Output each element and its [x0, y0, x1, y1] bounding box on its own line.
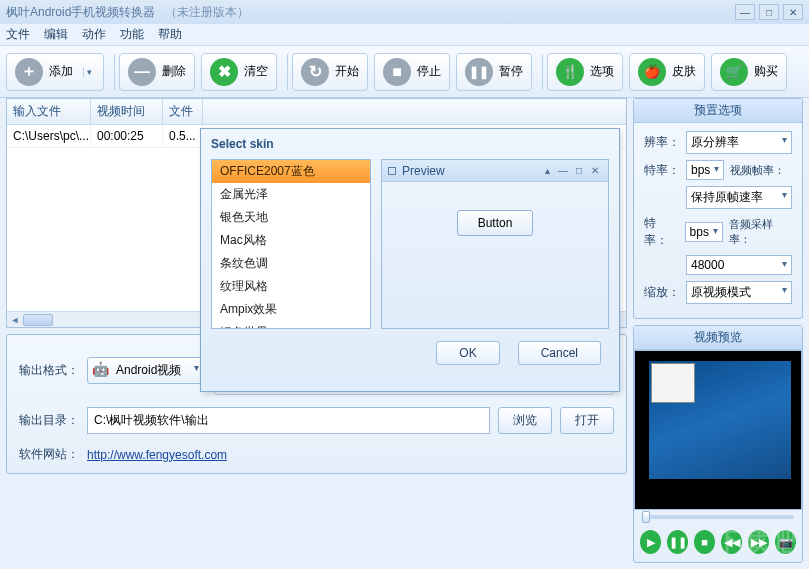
toolbar-clear[interactable]: ✖清空: [201, 53, 277, 91]
android-icon: 🤖: [92, 361, 109, 377]
vbitrate-select[interactable]: bps: [686, 160, 724, 180]
preset-options-header: 预置选项: [634, 99, 802, 123]
menu-function[interactable]: 功能: [120, 26, 144, 43]
skin-listbox[interactable]: OFFICE2007蓝色 金属光泽 银色天地 Mac风格 条纹色调 纹理风格 A…: [211, 159, 371, 329]
preview-close-icon[interactable]: ✕: [588, 165, 602, 176]
output-format-combo[interactable]: 🤖Android视频: [87, 357, 206, 384]
list-item[interactable]: 金属光泽: [212, 183, 370, 206]
snapshot-button[interactable]: 📷: [775, 530, 796, 554]
dialog-title: Select skin: [201, 129, 619, 159]
list-item[interactable]: 绿色世界: [212, 321, 370, 329]
scroll-left-icon[interactable]: ◄: [7, 312, 23, 328]
seek-slider[interactable]: [634, 510, 802, 524]
browse-button[interactable]: 浏览: [498, 407, 552, 434]
close-button[interactable]: ✕: [783, 4, 803, 20]
chevron-down-icon[interactable]: ▾: [83, 67, 95, 77]
output-dir-label: 输出目录：: [19, 412, 79, 429]
video-preview-header: 视频预览: [634, 326, 802, 350]
menu-help[interactable]: 帮助: [158, 26, 182, 43]
titlebar: 枫叶Android手机视频转换器 （未注册版本） — □ ✕: [0, 0, 809, 24]
toolbar-delete[interactable]: —删除: [119, 53, 195, 91]
resolution-select[interactable]: 原分辨率: [686, 131, 792, 154]
prev-button[interactable]: ◀◀: [721, 530, 742, 554]
open-button[interactable]: 打开: [560, 407, 614, 434]
toolbar-buy[interactable]: 🛒购买: [711, 53, 787, 91]
framerate-select[interactable]: 保持原帧速率: [686, 186, 792, 209]
ok-button[interactable]: OK: [436, 341, 499, 365]
samplerate-select[interactable]: 48000: [686, 255, 792, 275]
site-link[interactable]: http://www.fengyesoft.com: [87, 448, 227, 462]
list-item[interactable]: OFFICE2007蓝色: [212, 160, 370, 183]
site-label: 软件网站：: [19, 446, 79, 463]
toolbar-stop[interactable]: ■停止: [374, 53, 450, 91]
menu-file[interactable]: 文件: [6, 26, 30, 43]
app-title: 枫叶Android手机视频转换器: [6, 4, 155, 21]
scale-select[interactable]: 原视频模式: [686, 281, 792, 304]
menu-action[interactable]: 动作: [82, 26, 106, 43]
list-item[interactable]: Ampix效果: [212, 298, 370, 321]
maximize-button[interactable]: □: [759, 4, 779, 20]
preview-up-icon[interactable]: ▴: [540, 165, 554, 176]
toolbar-options[interactable]: 🍴选项: [547, 53, 623, 91]
stop-button[interactable]: ■: [694, 530, 715, 554]
abitrate-select[interactable]: bps: [685, 222, 723, 242]
menubar: 文件 编辑 动作 功能 帮助: [0, 24, 809, 46]
menu-edit[interactable]: 编辑: [44, 26, 68, 43]
output-dir-field[interactable]: C:\枫叶视频软件\输出: [87, 407, 490, 434]
output-format-label: 输出格式：: [19, 362, 79, 379]
list-item[interactable]: Mac风格: [212, 229, 370, 252]
preview-sysmenu-icon: [388, 167, 396, 175]
transport-bar: ▶ ❚❚ ■ ◀◀ ▶▶ 📷: [634, 524, 802, 560]
toolbar-start[interactable]: ↻开始: [292, 53, 368, 91]
minimize-button[interactable]: —: [735, 4, 755, 20]
select-skin-dialog: Select skin OFFICE2007蓝色 金属光泽 银色天地 Mac风格…: [200, 128, 620, 392]
toolbar: ＋添加▾ —删除 ✖清空 ↻开始 ■停止 ❚❚暂停 🍴选项 🍎皮肤 🛒购买: [0, 46, 809, 98]
scroll-thumb[interactable]: [23, 314, 53, 326]
preview-min-icon[interactable]: —: [556, 165, 570, 176]
preview-max-icon[interactable]: □: [572, 165, 586, 176]
list-item[interactable]: 条纹色调: [212, 252, 370, 275]
preview-window: Preview ▴ — □ ✕ Button: [381, 159, 609, 329]
next-button[interactable]: ▶▶: [748, 530, 769, 554]
play-button[interactable]: ▶: [640, 530, 661, 554]
edition-label: （未注册版本）: [165, 4, 249, 21]
preset-options-panel: 预置选项 辨率：原分辨率 特率：bps视频帧率： 保持原帧速率 特率：bps音频…: [633, 98, 803, 319]
toolbar-add[interactable]: ＋添加▾: [6, 53, 104, 91]
pause-button[interactable]: ❚❚: [667, 530, 688, 554]
preview-sample-button[interactable]: Button: [457, 210, 534, 236]
toolbar-pause[interactable]: ❚❚暂停: [456, 53, 532, 91]
toolbar-skin[interactable]: 🍎皮肤: [629, 53, 705, 91]
preview-titlebar: Preview ▴ — □ ✕: [382, 160, 608, 182]
preview-viewport: [634, 350, 802, 510]
list-item[interactable]: 纹理风格: [212, 275, 370, 298]
video-preview-panel: 视频预览 ▶ ❚❚ ■ ◀◀ ▶▶ 📷: [633, 325, 803, 563]
table-header: 输入文件 视频时间 文件: [7, 99, 626, 125]
list-item[interactable]: 银色天地: [212, 206, 370, 229]
cancel-button[interactable]: Cancel: [518, 341, 601, 365]
